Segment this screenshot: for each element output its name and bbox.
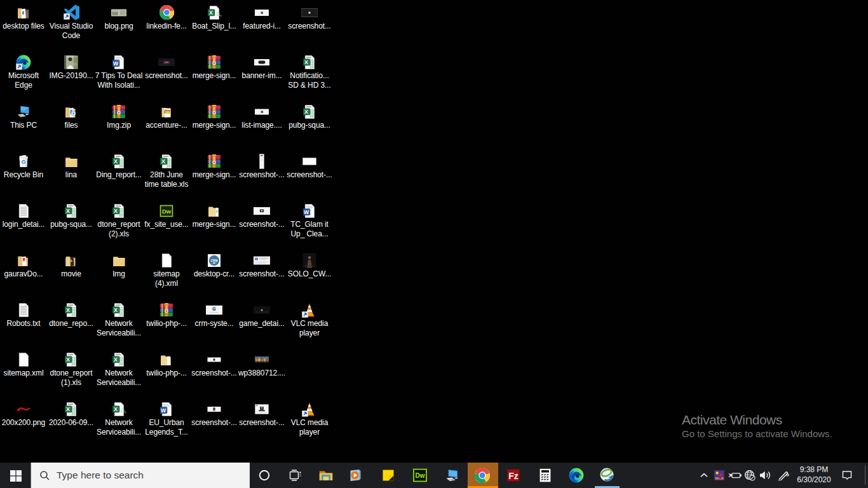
svg-text:X: X (114, 207, 118, 214)
svg-text:a,: a, (216, 10, 222, 17)
svg-text:X: X (114, 306, 118, 313)
svg-text:X: X (209, 9, 213, 15)
svg-text:W: W (113, 60, 119, 66)
svg-text:W: W (304, 208, 309, 215)
svg-text:X: X (304, 108, 308, 114)
svg-text:a,: a, (121, 406, 126, 414)
svg-text:Dw: Dw (416, 472, 425, 479)
svg-text:X: X (161, 158, 165, 164)
svg-text:X: X (114, 405, 118, 412)
svg-text:W: W (161, 407, 166, 413)
svg-text:X: X (114, 158, 118, 164)
svg-text:Dw: Dw (162, 208, 172, 215)
svg-text:X: X (304, 58, 308, 65)
svg-text:Fz: Fz (508, 471, 519, 481)
svg-text:CRM: CRM (211, 259, 218, 262)
svg-text:CRM: CRM (212, 308, 217, 310)
svg-text:X: X (66, 207, 70, 214)
svg-text:X: X (114, 356, 118, 362)
svg-text:X: X (66, 306, 70, 313)
svg-text:X: X (66, 356, 70, 362)
svg-text:♻: ♻ (21, 158, 26, 165)
svg-text:X: X (66, 405, 70, 412)
